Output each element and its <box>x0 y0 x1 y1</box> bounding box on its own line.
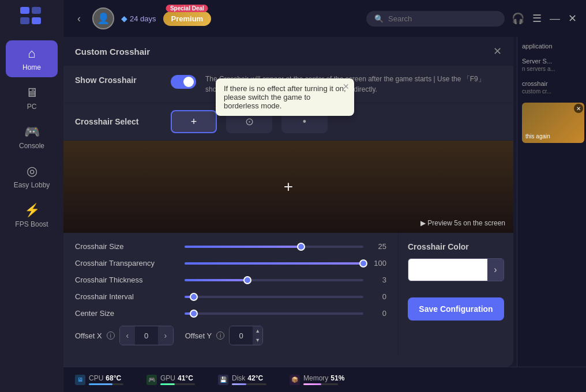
avatar[interactable]: 👤 <box>92 7 114 29</box>
offset-y-spinners: ▲ ▼ <box>253 326 262 345</box>
show-crosshair-label: Show Crosshair <box>75 76 161 85</box>
cpu-bar-fill <box>89 383 112 385</box>
cpu-bar <box>89 383 123 385</box>
crosshair-thickness-value: 3 <box>369 276 386 284</box>
crosshair-interval-label: Crosshair Interval <box>75 292 179 301</box>
sidebar-item-console-label: Console <box>19 142 44 150</box>
color-section: Crosshair Color › Save Configuration <box>398 233 513 355</box>
offset-y-down[interactable]: ▼ <box>253 336 262 345</box>
sidebar-item-console[interactable]: 🎮 Console <box>6 119 58 156</box>
home-icon: ⌂ <box>28 46 35 61</box>
crosshair-interval-thumb[interactable] <box>190 293 198 301</box>
gpu-temp: 41°C <box>178 374 193 382</box>
right-panel-item-application[interactable]: application <box>522 43 581 50</box>
crosshair-transparency-value: 100 <box>369 259 386 267</box>
gpu-bar <box>160 383 195 385</box>
slider-crosshair-size: Crosshair Size 25 <box>75 242 386 251</box>
crosshair-interval-track[interactable] <box>185 296 363 298</box>
memory-status: 📦 Memory 51% <box>290 374 344 385</box>
crosshair-thickness-track[interactable] <box>185 279 363 281</box>
crosshair-transparency-label: Crosshair Transparency <box>75 259 179 267</box>
offset-x-increment[interactable]: › <box>158 326 173 345</box>
tooltip-close-button[interactable]: ✕ <box>343 82 350 91</box>
sidebar-item-fps-boost[interactable]: ⚡ FPS Boost <box>6 197 58 234</box>
color-preview[interactable]: › <box>408 258 504 281</box>
crosshair-transparency-track[interactable] <box>185 262 363 265</box>
gpu-icon: 🎮 <box>146 375 157 385</box>
right-panel-close-button[interactable]: ✕ <box>574 104 583 113</box>
status-bar: 🖥 CPU 68°C 🎮 GPU 41°C 💾 Disk <box>63 367 586 392</box>
slider-center-size: Center Size 0 <box>75 309 386 318</box>
back-button[interactable]: ‹ <box>73 10 85 27</box>
crosshair-transparency-thumb[interactable] <box>359 259 367 267</box>
crosshair-size-label: Crosshair Size <box>75 242 179 251</box>
app-logo[interactable] <box>19 6 44 29</box>
offset-x-info-icon[interactable]: i <box>107 331 115 340</box>
offset-y-up[interactable]: ▲ <box>253 326 262 336</box>
svg-rect-3 <box>32 17 41 24</box>
sidebar-item-pc[interactable]: 🖥 PC <box>6 80 58 116</box>
disk-bar <box>232 383 266 385</box>
sidebar: ⌂ Home 🖥 PC 🎮 Console ◎ Easy Lobby ⚡ FPS… <box>0 0 63 392</box>
memory-bar-fill <box>303 383 321 385</box>
thumb-label: this again <box>525 133 550 140</box>
disk-status: 💾 Disk 42°C <box>218 374 266 385</box>
crosshair-size-track[interactable] <box>185 246 363 248</box>
search-box[interactable]: 🔍 <box>366 11 505 27</box>
tooltip: ✕ If there is no effect after turning it… <box>216 78 354 116</box>
headset-icon[interactable]: 🎧 <box>512 12 524 25</box>
right-panel-server-title: Server S... <box>522 58 581 65</box>
search-input[interactable] <box>388 14 497 23</box>
right-panel-item-crosshair[interactable]: crosshair custom cr... <box>522 80 581 95</box>
gpu-bar-fill <box>160 383 175 385</box>
close-button[interactable]: ✕ <box>568 12 577 25</box>
premium-label: Premium <box>171 14 204 23</box>
sidebar-item-home[interactable]: ⌂ Home <box>6 40 58 77</box>
sidebar-item-fps-boost-label: FPS Boost <box>15 220 48 228</box>
crosshair-size-fill <box>185 246 301 248</box>
modal-close-button[interactable]: ✕ <box>493 45 502 58</box>
crosshair-size-thumb[interactable] <box>297 243 305 251</box>
right-panel-thumbnail: this again ✕ <box>522 103 584 143</box>
offset-x-decrement[interactable]: ‹ <box>120 326 135 345</box>
console-icon: 🎮 <box>24 125 40 140</box>
diamond-icon: ◆ <box>121 14 127 23</box>
crosshair-thickness-thumb[interactable] <box>243 276 251 284</box>
gpu-info: GPU 41°C <box>160 374 195 385</box>
offset-y-value: 0 <box>230 326 253 345</box>
modal-header: Custom Crosshair ✕ <box>63 37 513 66</box>
svg-rect-0 <box>20 7 29 14</box>
minimize-button[interactable]: — <box>550 13 560 25</box>
right-panel-item-server[interactable]: Server S... n servers a... <box>522 58 581 72</box>
center-size-track[interactable] <box>185 312 363 315</box>
sidebar-item-easy-lobby[interactable]: ◎ Easy Lobby <box>6 158 58 195</box>
memory-bar <box>303 383 338 385</box>
bottom-section: Crosshair Size 25 Crosshair Transparency… <box>63 233 513 355</box>
cpu-info: CPU 68°C <box>89 374 123 385</box>
center-size-thumb[interactable] <box>190 310 198 318</box>
show-crosshair-toggle[interactable] <box>171 75 196 89</box>
save-configuration-button[interactable]: Save Configuration <box>408 297 504 321</box>
days-indicator: ◆ 24 days <box>121 14 156 23</box>
crosshair-select-label: Crosshair Select <box>75 117 161 126</box>
svg-rect-2 <box>20 17 29 24</box>
crosshair-option-plus[interactable]: + <box>171 110 217 133</box>
center-size-value: 0 <box>369 309 386 318</box>
disk-info: Disk 42°C <box>232 374 266 385</box>
easy-lobby-icon: ◎ <box>27 164 37 179</box>
fps-boost-icon: ⚡ <box>24 203 40 218</box>
disk-temp: 42°C <box>247 374 263 382</box>
days-label: 24 days <box>130 14 156 23</box>
cpu-temp: 68°C <box>106 374 121 382</box>
center-size-label: Center Size <box>75 309 179 318</box>
offset-y-info-icon[interactable]: i <box>216 331 224 340</box>
gpu-label: GPU <box>160 374 175 382</box>
offset-x-group: Offset X i ‹ 0 › <box>75 326 174 345</box>
svg-rect-1 <box>32 7 41 14</box>
preview-label[interactable]: Preview 5s on the screen <box>420 219 505 227</box>
offset-x-input: ‹ 0 › <box>119 326 174 345</box>
right-panel-crosshair-title: crosshair <box>522 80 581 87</box>
menu-icon[interactable]: ☰ <box>532 12 542 25</box>
color-arrow-button[interactable]: › <box>487 259 504 281</box>
premium-button[interactable]: Special Deal Premium <box>163 12 212 26</box>
